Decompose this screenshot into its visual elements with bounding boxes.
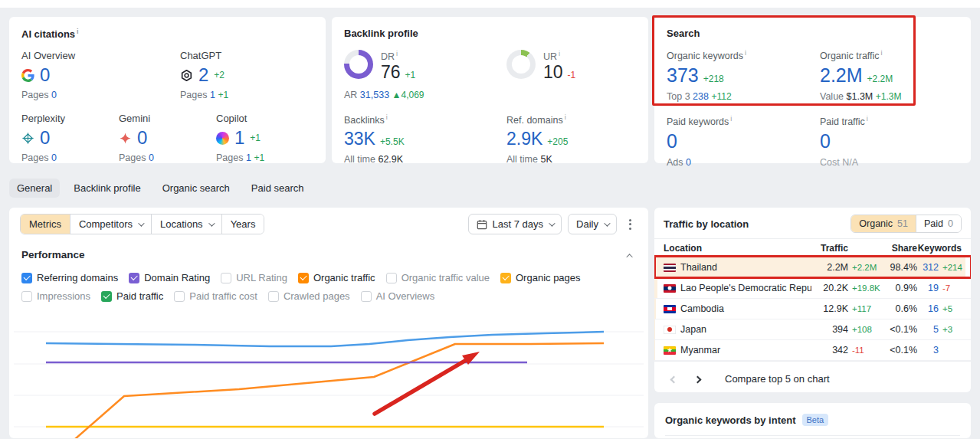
chatgpt-icon [180,69,193,82]
tab-organic-search[interactable]: Organic search [155,179,238,198]
paid-keywords-value[interactable]: 0 [667,132,677,151]
tab-general[interactable]: General [9,179,60,198]
backlinks-block: Backlinksi 33K+5.5K All time 62.9K [344,113,506,165]
chatgpt-value[interactable]: 2 [198,66,208,84]
tab-backlink-profile[interactable]: Backlink profile [66,179,148,198]
beta-badge: Beta [802,414,829,426]
location-row-thailand[interactable]: Thailand2.2M+2.2M98.4%312+214 [654,257,971,278]
backlinks-value[interactable]: 33K [344,130,375,148]
metric-checkbox-organic-pages[interactable]: Organic pages [500,272,581,283]
ur-label: URi [543,50,575,62]
metric-checkbox-impressions[interactable]: Impressions [21,290,90,302]
perplexity-value[interactable]: 0 [40,129,50,147]
organic-keywords-value[interactable]: 373 [667,66,699,85]
annotation-arrow [375,352,480,414]
paid-traffic-value[interactable]: 0 [820,132,831,151]
metric-checkbox-list: Referring domainsDomain RatingURL Rating… [9,264,648,302]
top-strip [0,0,980,8]
location-row-japan[interactable]: Japan394+108<0.1%5+3 [654,319,971,340]
chevron-down-icon [549,220,555,226]
metrics-segment-group: MetricsCompetitorsLocationsYears [20,214,264,234]
top3-value[interactable]: 238 [693,91,709,102]
ai-citation-gemini: Gemini0Pages 0 [119,113,216,163]
metric-checkbox-paid-traffic[interactable]: Paid traffic [101,290,163,302]
summary-cards-row: AI citationsi AI Overview0Pages 0ChatGPT… [0,17,980,163]
ai-citations-row1: AI Overview0Pages 0ChatGPT2+2Pages 1 +1 [21,50,313,100]
info-icon[interactable]: i [77,28,79,35]
info-icon[interactable]: i [745,49,746,57]
toolbar-segment-metrics[interactable]: Metrics [21,215,70,234]
ar-line: AR 31,533 ▲4,069 [344,90,506,100]
copilot-value[interactable]: 1 [234,129,244,147]
ai-citations-card: AI citationsi AI Overview0Pages 0ChatGPT… [9,17,326,163]
granularity-button[interactable]: Daily [568,214,617,234]
info-icon[interactable]: i [396,50,398,57]
location-table-body: Thailand2.2M+2.2M98.4%312+214Lao People'… [654,257,971,361]
metric-checkbox-ai-overviews[interactable]: AI Overviews [361,290,435,302]
location-row-myanmar[interactable]: Myanmar342-11<0.1%3 [654,340,971,361]
dr-block: DRi 76+1 AR 31,533 ▲4,069 [344,50,506,100]
toolbar-segment-locations[interactable]: Locations [151,215,221,234]
metric-checkbox-url-rating[interactable]: URL Rating [221,272,287,283]
la-flag-icon [664,284,676,293]
dr-label: DRi [381,50,415,62]
gemini-icon [119,132,132,145]
ai-citations-title: AI citationsi [21,28,313,40]
search-card: Search Organic keywordsi 373+218 Top 3 2… [654,17,971,163]
organic-traffic-value[interactable]: 2.2M [820,66,863,85]
metric-checkbox-paid-traffic-cost[interactable]: Paid traffic cost [174,290,257,302]
metric-checkbox-domain-rating[interactable]: Domain Rating [129,272,210,283]
toggle-organic[interactable]: Organic51 [851,215,916,232]
info-icon[interactable]: i [565,113,566,121]
collapse-chevron-icon[interactable] [625,246,636,264]
info-icon[interactable]: i [867,115,868,123]
location-row-cambodia[interactable]: Cambodia12.9K+1170.6%16+5 [654,299,971,319]
share-bar [654,299,656,319]
more-options-icon[interactable] [623,216,637,233]
series-organic-traffic [63,343,604,438]
organic-keywords-block: Organic keywordsi 373+218 Top 3 238 +112 [667,49,820,102]
organic-paid-toggle: Organic51 Paid0 [851,215,962,233]
toolbar-segment-years[interactable]: Years [221,215,264,234]
chevron-down-icon [138,220,144,226]
perplexity-icon [21,132,34,145]
ur-value: 10 [543,62,563,82]
info-icon[interactable]: i [386,113,388,121]
next-page-icon[interactable] [689,370,706,388]
copilot-icon [216,132,229,145]
backlink-profile-title: Backlink profile [344,28,636,39]
metric-checkbox-organic-traffic[interactable]: Organic traffic [298,272,375,283]
prev-page-icon[interactable] [665,370,683,388]
paid-keywords-block: Paid keywordsi 0 Ads 0 [667,115,820,168]
ai-overview-value[interactable]: 0 [40,66,50,84]
mm-flag-icon [664,346,676,355]
chevron-down-icon [604,220,610,226]
location-row-lao-people-s-democratic-reput[interactable]: Lao People's Democratic Reput20.2K+19.8K… [654,278,971,299]
metric-checkbox-crawled-pages[interactable]: Crawled pages [268,290,350,302]
ai-citations-row2: Perplexity0Pages 0Gemini0Pages 0Copilot1… [21,113,313,163]
traffic-by-location-panel: Traffic by location Organic51 Paid0 Loca… [654,208,971,392]
toolbar-segment-competitors[interactable]: Competitors [70,215,151,234]
metric-checkbox-referring-domains[interactable]: Referring domains [21,272,118,283]
tab-paid-search[interactable]: Paid search [244,179,312,198]
ai-citation-chatgpt: ChatGPT2+2Pages 1 +1 [180,50,313,100]
ur-gauge [506,50,536,79]
traffic-by-location-title: Traffic by location [664,218,749,230]
ai-citation-ai-overview: AI Overview0Pages 0 [21,50,180,100]
ar-value[interactable]: 31,533 [360,90,389,100]
gemini-value[interactable]: 0 [137,129,147,147]
th-flag-icon [664,264,676,272]
info-icon[interactable]: i [881,49,883,57]
metric-checkbox-organic-traffic-value[interactable]: Organic traffic value [386,272,490,283]
ref-domains-value[interactable]: 2.9K [506,130,542,148]
toggle-paid[interactable]: Paid0 [916,215,961,232]
ai-citation-copilot: Copilot1+1Pages 1 +1 [216,113,313,163]
info-icon[interactable]: i [559,50,560,57]
performance-title: Performance [21,249,85,260]
ur-delta: -1 [568,70,576,80]
compare-top5-link[interactable]: Compare top 5 on chart [725,373,830,385]
location-table-header: Location Traffic Share Keywords [654,238,971,257]
info-icon[interactable]: i [730,115,732,123]
backlinks-label: Backlinksi [344,113,506,126]
date-range-button[interactable]: Last 7 days [468,214,562,234]
